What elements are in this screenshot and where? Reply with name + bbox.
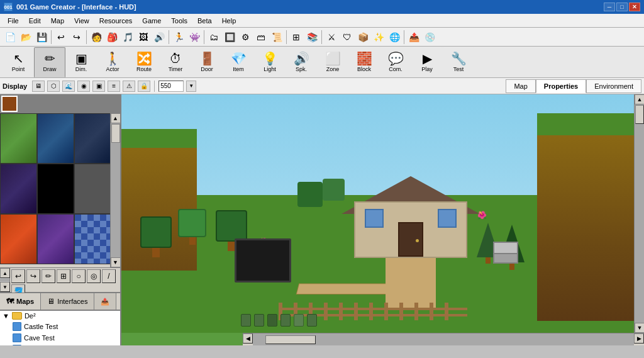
tb-magic[interactable]: ✨	[371, 30, 386, 45]
tile-cell[interactable]	[0, 113, 37, 164]
menu-tools[interactable]: Tools	[166, 16, 192, 26]
maximize-button[interactable]: □	[616, 3, 628, 11]
hscroll-thumb[interactable]	[265, 335, 316, 344]
tb-globe[interactable]: 🌐	[387, 30, 402, 45]
display-btn5[interactable]: ▣	[92, 81, 105, 92]
selected-tile[interactable]	[1, 96, 18, 112]
menu-game[interactable]: Game	[137, 16, 166, 26]
menu-view[interactable]: View	[69, 16, 94, 26]
tb-save[interactable]: 💾	[34, 30, 49, 45]
tab-environment[interactable]: Environment	[586, 79, 641, 93]
tile-cell[interactable]	[74, 164, 111, 214]
zoom-input[interactable]	[158, 81, 184, 92]
tb-shield[interactable]: 🛡	[340, 30, 355, 45]
undo-draw-btn[interactable]: ↩	[11, 269, 25, 283]
display-btn2[interactable]: ⬡	[47, 81, 60, 92]
tb-tileset[interactable]: 🔲	[222, 30, 237, 45]
tile-cell[interactable]	[0, 164, 37, 214]
display-btn3[interactable]: 🌊	[62, 81, 75, 92]
display-btn1[interactable]: 🖥	[32, 81, 45, 92]
tool-test[interactable]: 🔧 Test	[443, 47, 474, 77]
tool-route[interactable]: 🔀 Route	[128, 47, 160, 77]
tb-map-tiles[interactable]: 🗂	[206, 30, 221, 45]
menu-beta[interactable]: Beta	[192, 16, 217, 26]
tb-actor[interactable]: 🧑	[89, 30, 104, 45]
hscroll-left[interactable]: ◀	[243, 333, 253, 344]
minimize-button[interactable]: ─	[604, 3, 615, 11]
tool-light[interactable]: 💡 Light	[254, 47, 286, 77]
display-btn4[interactable]: ◉	[77, 81, 90, 92]
tb-enemy[interactable]: 👾	[187, 30, 202, 45]
pencil-btn[interactable]: ✏	[42, 269, 55, 283]
tool-actor[interactable]: 🚶 Actor	[97, 47, 128, 77]
tile-cell[interactable]	[74, 113, 111, 164]
tool-dim[interactable]: ▣ Dim.	[65, 47, 97, 77]
tb-chest[interactable]: 📦	[355, 30, 370, 45]
vscroll-thumb[interactable]	[635, 105, 644, 124]
circle2-btn[interactable]: ◎	[87, 269, 101, 283]
tool-timer[interactable]: ⏱ Timer	[160, 47, 191, 77]
select-btn[interactable]: ⊞	[57, 269, 70, 283]
tb-music[interactable]: 🎵	[120, 30, 135, 45]
left-scroll-up[interactable]: ▲	[0, 268, 10, 278]
menu-help[interactable]: Help	[217, 16, 242, 26]
tree-item-castle[interactable]: Castle Test	[0, 321, 120, 332]
tb-item[interactable]: 🎒	[104, 30, 119, 45]
tb-publish[interactable]: 💿	[422, 30, 437, 45]
tab-maps[interactable]: 🗺 Maps	[0, 293, 41, 310]
tb-undo[interactable]: ↩	[53, 30, 69, 45]
tab-map[interactable]: Map	[506, 79, 535, 93]
display-btn7[interactable]: ⚠	[123, 81, 135, 92]
tool-play[interactable]: ▶ Play	[411, 47, 443, 77]
line-btn[interactable]: /	[102, 269, 116, 283]
tree-item-cave[interactable]: Cave Test	[0, 332, 120, 344]
tile-cell[interactable]	[0, 214, 37, 264]
zoom-dropdown[interactable]: ▼	[186, 81, 196, 92]
tb-sound[interactable]: 🔊	[152, 30, 167, 45]
tool-item[interactable]: 💎 Item	[223, 47, 254, 77]
tb-grid[interactable]: ⊞	[289, 30, 304, 45]
tb-settings[interactable]: ⚙	[238, 30, 253, 45]
tb-redo[interactable]: ↪	[69, 30, 84, 45]
tree-folder-root[interactable]: ▼ De²	[0, 311, 120, 321]
tab-interfaces[interactable]: 🖥 Interfaces	[41, 293, 94, 310]
display-lock[interactable]: 🔒	[138, 81, 150, 92]
tb-script[interactable]: 📜	[269, 30, 284, 45]
tb-export[interactable]: 📤	[406, 30, 421, 45]
tool-zone[interactable]: ⬜ Zone	[317, 47, 348, 77]
tile-scroll-thumb[interactable]	[111, 124, 120, 143]
tool-spk[interactable]: 🔊 Spk.	[286, 47, 317, 77]
tb-open[interactable]: 📂	[18, 30, 33, 45]
tool-com[interactable]: 💬 Com.	[380, 47, 411, 77]
tb-database[interactable]: 🗃	[253, 30, 269, 45]
display-btn6[interactable]: ≡	[108, 81, 120, 92]
tab-export[interactable]: 📤	[94, 293, 116, 310]
redo-draw-btn[interactable]: ↪	[26, 269, 40, 283]
menu-file[interactable]: File	[3, 16, 24, 26]
vscroll-down[interactable]: ▼	[635, 323, 644, 333]
tile-scroll-up[interactable]: ▲	[111, 113, 121, 123]
tb-hero[interactable]: 🏃	[171, 30, 186, 45]
tb-new[interactable]: 📄	[3, 30, 18, 45]
tool-block[interactable]: 🧱 Block	[348, 47, 380, 77]
vscroll-up[interactable]: ▲	[635, 94, 644, 104]
tb-layers[interactable]: 📚	[304, 30, 319, 45]
tile-cell[interactable]	[37, 214, 74, 264]
tool-draw[interactable]: ✏ Draw	[34, 47, 65, 77]
tb-image[interactable]: 🖼	[136, 30, 151, 45]
menu-edit[interactable]: Edit	[24, 16, 46, 26]
close-button[interactable]: ✕	[629, 3, 640, 11]
tile-cell[interactable]	[37, 113, 74, 164]
circle-btn[interactable]: ○	[72, 269, 86, 283]
tab-properties[interactable]: Properties	[536, 79, 586, 93]
menu-map[interactable]: Map	[46, 16, 69, 26]
tile-cell[interactable]	[74, 214, 111, 264]
tool-point[interactable]: ↖ Point	[3, 47, 34, 77]
tree-item-lava[interactable]: Lava Cave Test	[0, 344, 120, 345]
hscroll-right[interactable]: ▶	[634, 333, 644, 344]
left-scroll-down[interactable]: ▼	[0, 282, 10, 292]
tile-scroll-down[interactable]: ▼	[111, 257, 121, 267]
tool-door[interactable]: 🚪 Door	[191, 47, 223, 77]
menu-resources[interactable]: Resources	[94, 16, 138, 26]
tile-cell[interactable]	[37, 164, 74, 214]
